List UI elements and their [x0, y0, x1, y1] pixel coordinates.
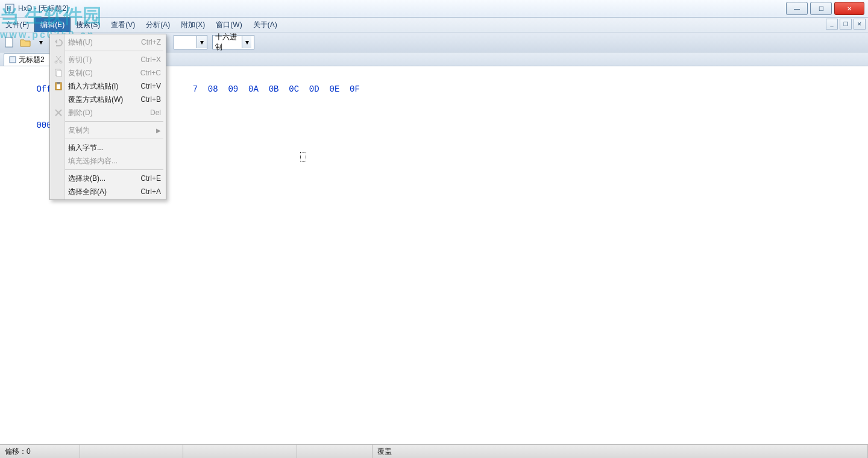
copy-icon	[54, 68, 63, 78]
document-tab[interactable]: 无标题2	[4, 53, 50, 66]
menu-select-all[interactable]: 选择全部(A) Ctrl+A	[51, 185, 165, 198]
menu-delete-label: 删除(D)	[68, 108, 93, 118]
radix-label: 十六进制	[215, 32, 242, 52]
chevron-down-icon: ▾	[242, 36, 251, 48]
menu-copy-label: 复制(C)	[68, 68, 93, 78]
menu-cut[interactable]: 剪切(T) Ctrl+X	[51, 53, 165, 66]
menu-select-all-label: 选择全部(A)	[68, 187, 107, 197]
menu-window[interactable]: 窗口(W)	[210, 17, 247, 32]
menu-select-block[interactable]: 选择块(B)... Ctrl+E	[51, 172, 165, 185]
edit-dropdown-menu: 撤销(U) Ctrl+Z 剪切(T) Ctrl+X 复制(C) Ctrl+C 插…	[49, 34, 166, 200]
menu-extras[interactable]: 附加(X)	[175, 17, 210, 32]
menu-paste-insert-shortcut: Ctrl+V	[140, 82, 161, 90]
menu-copy-shortcut: Ctrl+C	[140, 69, 161, 77]
window-titlebar: H HxD - [无标题2] — ☐ ✕	[0, 0, 868, 17]
menu-copy[interactable]: 复制(C) Ctrl+C	[51, 66, 165, 80]
svg-rect-14	[57, 82, 60, 84]
menu-search[interactable]: 搜索(S)	[71, 17, 105, 32]
statusbar: 偏移：0 覆盖	[0, 444, 868, 458]
menu-insert-bytes-label: 插入字节...	[68, 143, 103, 153]
menubar: 文件(F) 编辑(E) 搜索(S) 查看(V) 分析(A) 附加(X) 窗口(W…	[0, 17, 868, 33]
dropdown-arrow-icon[interactable]: ▾	[34, 35, 48, 49]
document-icon	[9, 56, 16, 63]
menu-edit[interactable]: 编辑(E)	[34, 17, 71, 32]
menu-insert-bytes[interactable]: 插入字节...	[51, 141, 165, 154]
menu-undo-shortcut: Ctrl+Z	[141, 38, 161, 46]
radix-combo[interactable]: 十六进制 ▾	[212, 35, 254, 49]
menu-cut-label: 剪切(T)	[68, 55, 92, 65]
menu-paste-overwrite[interactable]: 覆盖方式粘贴(W) Ctrl+B	[51, 93, 165, 106]
menu-undo[interactable]: 撤销(U) Ctrl+Z	[51, 36, 165, 49]
svg-rect-7	[10, 57, 16, 63]
status-mode: 覆盖	[373, 445, 868, 458]
maximize-button[interactable]: ☐	[810, 2, 832, 15]
menu-separator	[52, 139, 163, 139]
mdi-restore-button[interactable]: ❐	[840, 19, 852, 30]
menu-fill-selection-label: 填充选择内容...	[68, 156, 118, 166]
menu-copy-as-label: 复制为	[68, 125, 90, 136]
minimize-button[interactable]: —	[786, 2, 808, 15]
menu-paste-overwrite-shortcut: Ctrl+B	[140, 95, 161, 104]
menu-delete[interactable]: 删除(D) Del	[51, 106, 165, 119]
status-cell-2	[80, 445, 183, 458]
menu-analysis[interactable]: 分析(A)	[140, 17, 175, 32]
menu-separator	[52, 121, 163, 122]
svg-rect-15	[57, 84, 60, 89]
menu-paste-overwrite-label: 覆盖方式粘贴(W)	[68, 95, 123, 105]
menu-cut-shortcut: Ctrl+X	[140, 55, 161, 64]
mdi-controls: _ ❐ ✕	[826, 19, 866, 30]
menu-paste-insert[interactable]: 插入方式粘贴(I) Ctrl+V	[51, 80, 165, 93]
delete-icon	[54, 108, 63, 118]
menu-delete-shortcut: Del	[150, 108, 161, 117]
chevron-down-icon: ▾	[197, 36, 207, 48]
menu-separator	[52, 169, 163, 170]
status-cell-4	[297, 445, 373, 458]
undo-icon	[54, 37, 63, 47]
mdi-close-button[interactable]: ✕	[854, 19, 866, 30]
menu-about[interactable]: 关于(A)	[248, 17, 283, 32]
close-button[interactable]: ✕	[834, 2, 864, 15]
menu-separator	[52, 51, 163, 51]
submenu-arrow-icon: ▶	[156, 127, 161, 134]
menu-select-block-label: 选择块(B)...	[68, 174, 105, 184]
menu-fill-selection[interactable]: 填充选择内容...	[51, 154, 165, 168]
menu-file[interactable]: 文件(F)	[0, 17, 34, 32]
paste-icon	[54, 81, 63, 91]
svg-marker-8	[55, 39, 57, 44]
menu-select-block-shortcut: Ctrl+E	[140, 174, 161, 183]
new-file-icon[interactable]	[2, 35, 17, 49]
svg-text:H: H	[7, 5, 11, 12]
menu-select-all-shortcut: Ctrl+A	[140, 187, 161, 196]
open-file-icon[interactable]	[18, 35, 33, 49]
hex-column-labels: 7 08 09 0A 0B 0C 0D 0E 0F	[193, 84, 360, 94]
menu-view[interactable]: 查看(V)	[105, 17, 140, 32]
app-icon: H	[5, 4, 14, 13]
bytes-per-row-combo[interactable]: ▾	[174, 35, 207, 49]
menu-paste-insert-label: 插入方式粘贴(I)	[68, 81, 118, 92]
document-tab-label: 无标题2	[19, 55, 45, 65]
svg-rect-12	[57, 71, 61, 77]
window-controls: — ☐ ✕	[784, 2, 864, 15]
menu-copy-as[interactable]: 复制为 ▶	[51, 124, 165, 137]
text-caret	[300, 152, 306, 162]
window-title: HxD - [无标题2]	[18, 4, 68, 14]
status-offset: 偏移：0	[0, 445, 80, 458]
status-cell-3	[183, 445, 297, 458]
menu-undo-label: 撤销(U)	[68, 37, 93, 48]
cut-icon	[54, 55, 63, 64]
mdi-minimize-button[interactable]: _	[826, 19, 838, 30]
